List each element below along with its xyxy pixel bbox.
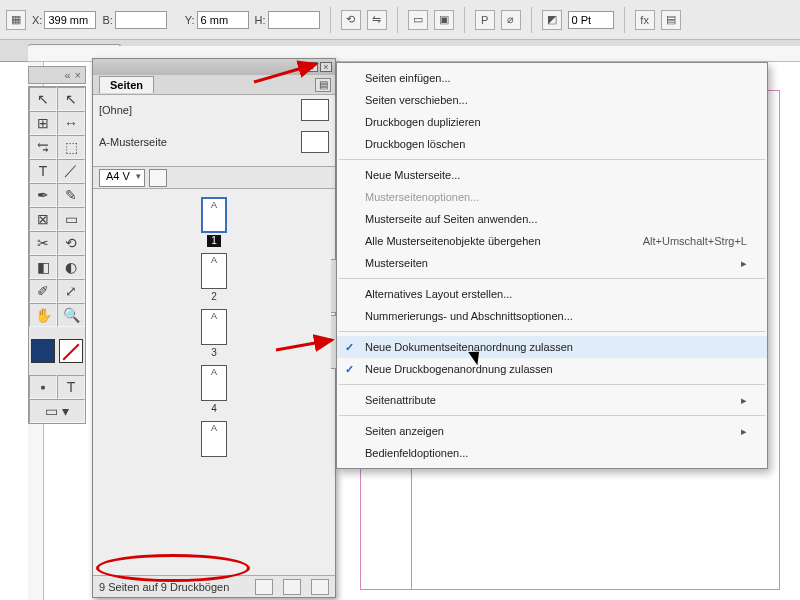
rect-tool-icon[interactable]: ▭ [57,207,85,231]
flip-h-icon[interactable]: ⇋ [367,10,387,30]
stroke-swatch-none-icon[interactable] [59,339,83,363]
menu-item[interactable]: Alternatives Layout erstellen... [337,283,767,305]
fill-stroke-swatches[interactable] [29,327,85,375]
h-value[interactable] [268,11,320,29]
panel-menu-icon[interactable]: ▤ [315,78,331,92]
zoom-tool-icon[interactable]: 🔍 [57,303,85,327]
master-a-label[interactable]: A-Musterseite [99,136,167,148]
toolbox-header: «× [28,66,86,84]
line-tool-icon[interactable]: ／ [57,159,85,183]
menu-separator [339,384,765,385]
stroke-swatch-icon[interactable]: ◩ [542,10,562,30]
menu-separator [339,331,765,332]
menu-separator [339,159,765,160]
h-label: H: [255,14,266,26]
content-tool-icon[interactable]: ⥃ [29,135,57,159]
page-thumbnail[interactable]: A1 [201,197,227,247]
panel-context-menu: Seiten einfügen...Seiten verschieben...D… [336,62,768,469]
opts-icon[interactable]: ▤ [661,10,681,30]
reference-point-icon[interactable]: ▦ [6,10,26,30]
container-icon[interactable]: ▭ [408,10,428,30]
x-value[interactable]: 399 mm [44,11,96,29]
menu-item[interactable]: Seiten verschieben... [337,89,767,111]
menu-item[interactable]: ✓Neue Dokumentseitenanordnung zulassen [337,336,767,358]
measure-tool-icon[interactable]: ⤢ [57,279,85,303]
chain-icon[interactable]: ⌀ [501,10,521,30]
menu-item[interactable]: ✓Neue Druckbogenanordnung zulassen [337,358,767,380]
menu-item[interactable]: Bedienfeldoptionen... [337,442,767,464]
menu-item[interactable]: Alle Musterseitenobjekte übergehenAlt+Um… [337,230,767,252]
transform-tool-icon[interactable]: ⟲ [57,231,85,255]
close-icon[interactable]: × [320,62,332,72]
menu-item[interactable]: Musterseiten▸ [337,252,767,274]
menu-item[interactable]: Nummerierungs- und Abschnittsoptionen... [337,305,767,327]
menu-item[interactable]: Druckbogen löschen [337,133,767,155]
fx-icon[interactable]: fx [635,10,655,30]
x-label: X: [32,14,42,26]
new-page-icon[interactable] [283,579,301,595]
page-tool-icon[interactable]: ⊞ [29,111,57,135]
master-none-label[interactable]: [Ohne] [99,104,132,116]
pages-panel: ▾ × Seiten ▤ [Ohne] A-Musterseite A4 V A… [92,58,336,598]
gradient-tool-icon[interactable]: ◧ [29,255,57,279]
stroke-weight[interactable]: 0 Pt [568,11,614,29]
menu-item[interactable]: Neue Musterseite... [337,164,767,186]
hand-tool-icon[interactable]: ✋ [29,303,57,327]
collapse-icon[interactable]: ▾ [306,62,318,72]
placeholder-tool-icon[interactable]: ⬚ [57,135,85,159]
pen-tool-icon[interactable]: ✒ [29,183,57,207]
scissors-tool-icon[interactable]: ✂ [29,231,57,255]
rotate-icon[interactable]: ⟲ [341,10,361,30]
control-bar: ▦ X:399 mm B: Y:6 mm H: ⟲ ⇋ ▭ ▣ P ⌀ ◩ 0 … [0,0,800,40]
fit-icon[interactable]: ▣ [434,10,454,30]
w-value[interactable] [115,11,167,29]
apply-text-icon[interactable]: T [57,375,85,399]
frame-tool-icon[interactable]: ⊠ [29,207,57,231]
pages-list: A1A2A3A4A [93,189,335,575]
page-thumbnail[interactable]: A3 [201,309,227,359]
apply-color-icon[interactable]: ▪ [29,375,57,399]
master-pages-area: [Ohne] A-Musterseite [93,95,335,167]
panel-titlebar[interactable]: ▾ × [93,59,335,75]
swatch-tool-icon[interactable]: ◐ [57,255,85,279]
menu-item[interactable]: Seiten einfügen... [337,67,767,89]
menu-item[interactable]: Musterseite auf Seiten anwenden... [337,208,767,230]
eyedropper-tool-icon[interactable]: ✐ [29,279,57,303]
menu-separator [339,278,765,279]
master-a-thumb[interactable] [301,131,329,153]
type-tool-icon[interactable]: T [29,159,57,183]
y-value[interactable]: 6 mm [197,11,249,29]
edit-page-icon[interactable] [255,579,273,595]
page-thumbnail[interactable]: A2 [201,253,227,303]
page-thumbnail[interactable]: A [201,421,227,471]
pencil-tool-icon[interactable]: ✎ [57,183,85,207]
w-label: B: [102,14,112,26]
menu-item[interactable]: Seiten anzeigen▸ [337,420,767,442]
master-none-thumb[interactable] [301,99,329,121]
panel-footer: 9 Seiten auf 9 Druckbögen [93,575,335,597]
menu-item: Musterseitenoptionen... [337,186,767,208]
menu-item[interactable]: Druckbogen duplizieren [337,111,767,133]
pages-tab[interactable]: Seiten [99,76,154,93]
layout-row: A4 V [93,167,335,189]
selection-tool-icon[interactable]: ↖ [29,87,57,111]
p-icon[interactable]: P [475,10,495,30]
page-thumbnail[interactable]: A4 [201,365,227,415]
footer-status: 9 Seiten auf 9 Druckbögen [99,581,229,593]
orientation-icon[interactable] [149,169,167,187]
menu-item[interactable]: Seitenattribute▸ [337,389,767,411]
fill-swatch-icon[interactable] [31,339,55,363]
gap-tool-icon[interactable]: ↔ [57,111,85,135]
menu-separator [339,415,765,416]
y-label: Y: [185,14,195,26]
delete-page-icon[interactable] [311,579,329,595]
toolbox: ↖ ↖ ⊞ ↔ ⥃ ⬚ T ／ ✒ ✎ ⊠ ▭ ✂ ⟲ ◧ ◐ ✐ ⤢ ✋ 🔍 … [28,86,86,424]
direct-select-tool-icon[interactable]: ↖ [57,87,85,111]
view-mode-icon[interactable]: ▭ ▾ [29,399,85,423]
layout-dropdown[interactable]: A4 V [99,169,145,187]
